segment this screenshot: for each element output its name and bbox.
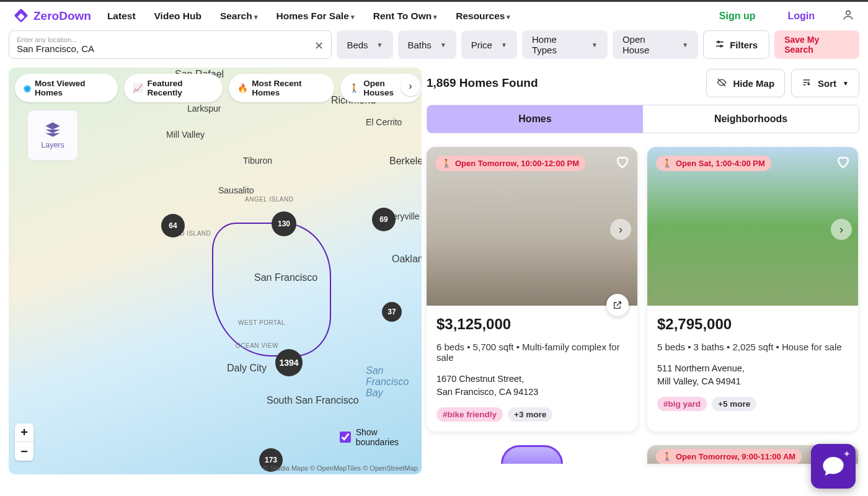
chip-most-recent[interactable]: 🔥Most Recent Homes [229, 74, 334, 102]
brand-name: ZeroDown [33, 9, 91, 23]
layers-icon [44, 121, 61, 138]
filter-price[interactable]: Price▼ [461, 30, 517, 59]
favorite-button[interactable] [836, 154, 851, 172]
map-label: San Francisco Bay [366, 365, 422, 399]
tab-neighborhoods[interactable]: Neighborhoods [643, 105, 859, 133]
map-label: OCEAN VIEW [236, 342, 278, 349]
open-house-badge: 🚶Open Sat, 1:00-4:00 PM [656, 156, 771, 171]
listing-tag-more[interactable]: +5 more [712, 397, 756, 411]
promo-card[interactable] [427, 445, 637, 464]
external-link-button[interactable] [606, 294, 629, 316]
search-placeholder: Enter any location... [17, 36, 324, 43]
map-cluster[interactable]: 37 [382, 302, 402, 322]
signup-link[interactable]: Sign up [719, 11, 756, 22]
chat-widget[interactable]: ✦ [811, 444, 856, 474]
sliders-icon [715, 39, 725, 51]
map[interactable]: ◉Most Viewed Homes 📈Featured Recently 🔥M… [9, 68, 422, 474]
logo[interactable]: ZeroDown [14, 8, 91, 24]
listing-card[interactable]: 🚶Open Tomorrow, 10:00-12:00 PM › $3,125,… [427, 147, 637, 432]
sort-icon [802, 78, 812, 89]
map-cluster[interactable]: 130 [272, 211, 296, 236]
nav-rent-to-own[interactable]: Rent To Own▾ [373, 11, 437, 22]
zoom-out[interactable]: − [15, 442, 33, 461]
filter-open-house[interactable]: Open House▼ [613, 30, 698, 59]
walk-icon: 🚶 [662, 159, 672, 168]
open-house-badge: 🚶Open Tomorrow, 10:00-12:00 PM [435, 156, 585, 171]
map-attribution: © Stadia Maps © OpenMapTiles © OpenStree… [263, 464, 418, 472]
chip-featured[interactable]: 📈Featured Recently [124, 74, 223, 102]
walk-icon: 🚶 [662, 452, 672, 461]
zoom-control: + − [15, 423, 33, 461]
location-search[interactable]: Enter any location... San Francisco, CA … [9, 30, 332, 59]
filter-baths[interactable]: Baths▼ [398, 30, 456, 59]
eye-off-icon [717, 78, 727, 89]
hide-map-button[interactable]: Hide Map [706, 69, 785, 97]
map-label: WEST PORTAL [238, 319, 285, 326]
map-label: San Francisco [254, 272, 317, 283]
chip-scroll-right[interactable]: › [401, 76, 420, 96]
chat-icon [821, 454, 846, 474]
map-cluster[interactable]: 1394 [275, 349, 303, 376]
listing-price: $3,125,000 [436, 316, 627, 333]
map-label: Mill Valley [166, 130, 205, 140]
show-boundaries[interactable]: Show boundaries [340, 427, 422, 447]
nav-latest[interactable]: Latest [107, 11, 136, 22]
chevron-down-icon: ▾ [507, 13, 510, 20]
chevron-down-icon: ▾ [254, 13, 258, 20]
sparkle-icon: ✦ [843, 449, 851, 459]
chip-most-viewed[interactable]: ◉Most Viewed Homes [15, 74, 118, 102]
listing-card[interactable]: 🚶Open Sat, 1:00-4:00 PM › $2,795,000 5 b… [647, 147, 858, 432]
zoom-in[interactable]: + [15, 423, 33, 442]
caret-down-icon: ▼ [843, 80, 849, 87]
map-label: Larkspur [187, 104, 221, 113]
caret-down-icon: ▼ [377, 42, 383, 48]
chart-icon: 📈 [133, 83, 143, 93]
listing-address: 511 Northern Avenue,Mill Valley, CA 9494… [657, 362, 848, 388]
sort-button[interactable]: Sort▼ [791, 69, 859, 97]
map-cluster[interactable]: 69 [372, 208, 396, 231]
filter-beds[interactable]: Beds▼ [337, 30, 392, 59]
map-label: Oakland [392, 254, 422, 265]
chevron-down-icon: ▾ [351, 13, 355, 20]
map-cluster[interactable]: 64 [161, 214, 185, 237]
header: ZeroDown Latest Video Hub Search▾ Homes … [0, 2, 868, 30]
map-label: El Cerrito [366, 117, 402, 127]
caret-down-icon: ▼ [440, 42, 446, 48]
svg-point-0 [846, 11, 851, 15]
filters-button[interactable]: Filters [703, 30, 769, 59]
caret-down-icon: ▼ [501, 42, 507, 48]
filter-bar: Enter any location... San Francisco, CA … [0, 30, 868, 68]
layers-button[interactable]: Layers [27, 110, 78, 161]
listing-tag[interactable]: #bike friendly [436, 407, 503, 422]
results-tabs: Homes Neighborhoods [427, 105, 859, 133]
search-value: San Francisco, CA [17, 43, 324, 54]
promo-avatar [501, 445, 563, 464]
listing-image: 🚶Open Sat, 1:00-4:00 PM › [647, 147, 858, 306]
tab-homes[interactable]: Homes [427, 105, 643, 133]
clear-icon[interactable]: ✕ [314, 39, 324, 53]
image-next[interactable]: › [831, 219, 852, 240]
save-search-button[interactable]: Save My Search [774, 30, 859, 59]
listing-image: 🚶Open Tomorrow, 10:00-12:00 PM › [427, 147, 637, 306]
nav-homes-for-sale[interactable]: Homes For Sale▾ [277, 11, 355, 22]
listing-tag-more[interactable]: +3 more [508, 407, 552, 422]
walk-icon: 🚶 [441, 159, 451, 168]
results-panel: 1,869 Homes Found Hide Map Sort▼ Homes N… [427, 68, 859, 474]
main-nav: Latest Video Hub Search▾ Homes For Sale▾… [107, 11, 511, 22]
nav-search[interactable]: Search▾ [220, 11, 258, 22]
user-icon[interactable] [842, 9, 854, 24]
chevron-down-icon: ▾ [433, 13, 437, 20]
nav-resources[interactable]: Resources▾ [456, 11, 510, 22]
login-link[interactable]: Login [787, 11, 815, 22]
nav-video-hub[interactable]: Video Hub [154, 11, 202, 22]
map-label: South San Francisco [267, 395, 359, 406]
listing-tag[interactable]: #big yard [657, 397, 707, 411]
filter-home-types[interactable]: Home Types▼ [522, 30, 608, 59]
map-label: ANGEL ISLAND [245, 196, 293, 203]
map-label: Berkele [389, 156, 422, 167]
listing-specs: 5 beds • 3 baths • 2,025 sqft • House fo… [657, 342, 848, 352]
favorite-button[interactable] [615, 154, 630, 172]
image-next[interactable]: › [610, 219, 631, 240]
boundaries-checkbox[interactable] [340, 432, 351, 443]
eye-icon: ◉ [24, 83, 31, 93]
